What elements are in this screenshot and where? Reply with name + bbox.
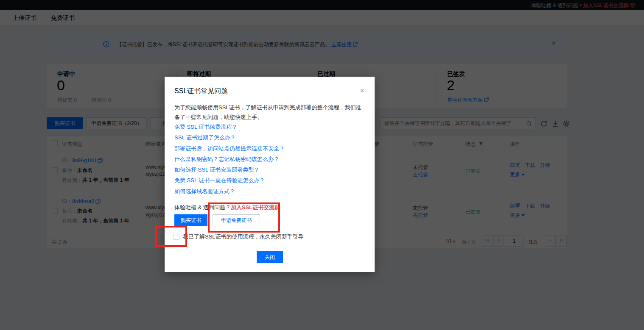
faq-link-renewal[interactable]: 免费 SSL 证书续费流程？	[174, 123, 285, 134]
ssl-console-page: 体验吐槽 & 遇到问题？加入SSL证书交流群 帮 上传证书 免费证书 【证书托管…	[0, 0, 644, 330]
modal-close-icon[interactable]: ×	[360, 86, 364, 95]
faq-link-private-key[interactable]: 什么是私钥密码？忘记私钥密码该怎么办？	[174, 155, 285, 166]
modal-intro-text: 为了您能顺畅使用SSL证书，了解证书从申请到完成部署的整个流程，我们准备了一些常…	[174, 103, 365, 122]
modal-close-button[interactable]: 关闭	[257, 251, 283, 263]
modal-buy-cert-button[interactable]: 购买证书	[174, 214, 207, 226]
faq-link-pending-validation[interactable]: 免费 SSL 证书一直在待验证怎么办？	[174, 177, 285, 187]
faq-link-deploy-type[interactable]: 如何选择 SSL 证书安装部署类型？	[174, 166, 285, 177]
modal-title: SSL证书常见问题	[174, 87, 228, 96]
faq-link-expired[interactable]: SSL 证书过期了怎么办？	[174, 134, 285, 144]
annotation-rect-free-cert	[208, 202, 280, 233]
faq-link-insecure[interactable]: 部署证书后，访问站点仍然提示连接不安全？	[174, 145, 285, 155]
faq-link-list: 免费 SSL 证书续费流程？ SSL 证书过期了怎么办？ 部署证书后，访问站点仍…	[174, 123, 285, 198]
annotation-rect-checkbox	[155, 226, 187, 247]
ssl-faq-modal: SSL证书常见问题 × 为了您能顺畅使用SSL证书，了解证书从申请到完成部署的整…	[165, 77, 375, 272]
dismiss-guide-label: 我已了解SSL证书的使用流程，永久关闭新手引导	[183, 233, 304, 240]
dismiss-guide-row: 我已了解SSL证书的使用流程，永久关闭新手引导	[174, 233, 304, 241]
faq-link-domain-validation[interactable]: 如何选择域名验证方式？	[174, 188, 285, 198]
